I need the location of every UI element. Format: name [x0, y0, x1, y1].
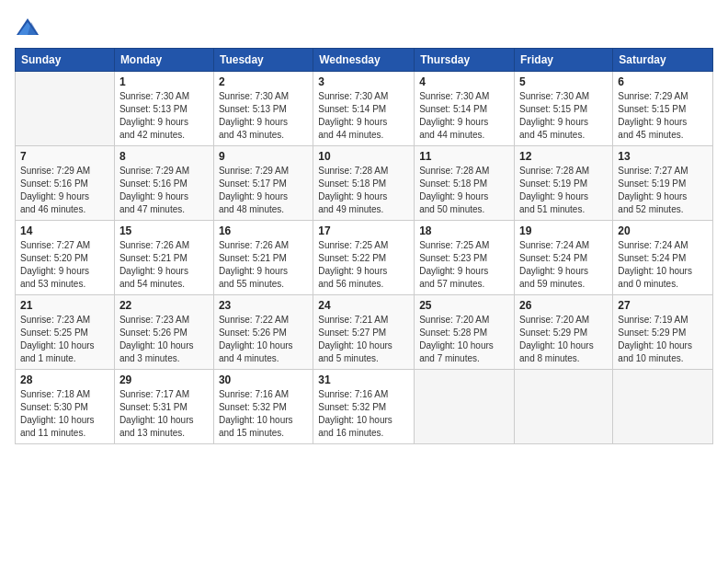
calendar-cell: 27Sunrise: 7:19 AMSunset: 5:29 PMDayligh…: [613, 295, 713, 370]
calendar-cell: 31Sunrise: 7:16 AMSunset: 5:32 PMDayligh…: [313, 370, 415, 444]
logo: [15, 15, 44, 40]
calendar-week-row: 21Sunrise: 7:23 AMSunset: 5:25 PMDayligh…: [16, 295, 713, 370]
calendar-header-row: SundayMondayTuesdayWednesdayThursdayFrid…: [16, 49, 713, 72]
day-number: 31: [318, 373, 409, 386]
calendar-cell: 29Sunrise: 7:17 AMSunset: 5:31 PMDayligh…: [114, 370, 213, 444]
calendar-cell: [16, 72, 115, 146]
day-info: Sunrise: 7:16 AMSunset: 5:32 PMDaylight:…: [318, 388, 409, 440]
calendar-cell: 6Sunrise: 7:29 AMSunset: 5:15 PMDaylight…: [613, 72, 713, 146]
day-info: Sunrise: 7:22 AMSunset: 5:26 PMDaylight:…: [219, 314, 308, 365]
day-info: Sunrise: 7:29 AMSunset: 5:15 PMDaylight:…: [618, 90, 708, 142]
day-info: Sunrise: 7:26 AMSunset: 5:21 PMDaylight:…: [219, 239, 308, 291]
calendar-cell: 30Sunrise: 7:16 AMSunset: 5:32 PMDayligh…: [213, 370, 313, 444]
day-info: Sunrise: 7:19 AMSunset: 5:29 PMDaylight:…: [618, 314, 708, 365]
day-number: 13: [618, 150, 708, 163]
day-number: 6: [618, 75, 708, 88]
calendar-cell: [515, 370, 613, 444]
calendar-cell: 10Sunrise: 7:28 AMSunset: 5:18 PMDayligh…: [313, 146, 415, 221]
day-info: Sunrise: 7:30 AMSunset: 5:14 PMDaylight:…: [419, 90, 509, 142]
calendar-cell: 14Sunrise: 7:27 AMSunset: 5:20 PMDayligh…: [16, 221, 115, 295]
day-info: Sunrise: 7:20 AMSunset: 5:28 PMDaylight:…: [419, 314, 509, 365]
calendar-week-row: 1Sunrise: 7:30 AMSunset: 5:13 PMDaylight…: [16, 72, 713, 146]
day-header-thursday: Thursday: [415, 49, 515, 72]
day-info: Sunrise: 7:29 AMSunset: 5:16 PMDaylight:…: [20, 165, 109, 216]
day-info: Sunrise: 7:26 AMSunset: 5:21 PMDaylight:…: [119, 239, 209, 291]
calendar-cell: 1Sunrise: 7:30 AMSunset: 5:13 PMDaylight…: [114, 72, 213, 146]
day-header-friday: Friday: [515, 49, 613, 72]
day-number: 18: [419, 224, 509, 237]
day-number: 29: [119, 373, 209, 386]
day-number: 10: [318, 150, 409, 163]
day-info: Sunrise: 7:28 AMSunset: 5:18 PMDaylight:…: [419, 165, 509, 216]
calendar-cell: 19Sunrise: 7:24 AMSunset: 5:24 PMDayligh…: [515, 221, 613, 295]
day-number: 20: [618, 224, 708, 237]
calendar-week-row: 7Sunrise: 7:29 AMSunset: 5:16 PMDaylight…: [16, 146, 713, 221]
day-header-saturday: Saturday: [613, 49, 713, 72]
day-info: Sunrise: 7:28 AMSunset: 5:19 PMDaylight:…: [519, 165, 608, 216]
day-info: Sunrise: 7:30 AMSunset: 5:14 PMDaylight:…: [318, 90, 409, 142]
day-number: 22: [119, 299, 209, 312]
day-info: Sunrise: 7:23 AMSunset: 5:26 PMDaylight:…: [119, 314, 209, 365]
day-number: 25: [419, 299, 509, 312]
day-number: 9: [219, 150, 308, 163]
calendar-cell: 26Sunrise: 7:20 AMSunset: 5:29 PMDayligh…: [515, 295, 613, 370]
day-info: Sunrise: 7:30 AMSunset: 5:15 PMDaylight:…: [519, 90, 608, 142]
calendar-cell: 15Sunrise: 7:26 AMSunset: 5:21 PMDayligh…: [114, 221, 213, 295]
day-info: Sunrise: 7:25 AMSunset: 5:23 PMDaylight:…: [419, 239, 509, 291]
day-info: Sunrise: 7:24 AMSunset: 5:24 PMDaylight:…: [618, 239, 708, 291]
day-number: 7: [20, 150, 109, 163]
logo-icon: [15, 15, 40, 40]
day-number: 24: [318, 299, 409, 312]
day-number: 21: [20, 299, 109, 312]
day-number: 26: [519, 299, 608, 312]
day-info: Sunrise: 7:20 AMSunset: 5:29 PMDaylight:…: [519, 314, 608, 365]
day-number: 3: [318, 75, 409, 88]
calendar-cell: 17Sunrise: 7:25 AMSunset: 5:22 PMDayligh…: [313, 221, 415, 295]
calendar-cell: 24Sunrise: 7:21 AMSunset: 5:27 PMDayligh…: [313, 295, 415, 370]
day-info: Sunrise: 7:17 AMSunset: 5:31 PMDaylight:…: [119, 388, 209, 440]
calendar-cell: 2Sunrise: 7:30 AMSunset: 5:13 PMDaylight…: [213, 72, 313, 146]
day-header-monday: Monday: [114, 49, 213, 72]
calendar-cell: 7Sunrise: 7:29 AMSunset: 5:16 PMDaylight…: [16, 146, 115, 221]
day-number: 27: [618, 299, 708, 312]
day-number: 8: [119, 150, 209, 163]
day-info: Sunrise: 7:27 AMSunset: 5:19 PMDaylight:…: [618, 165, 708, 216]
day-header-tuesday: Tuesday: [213, 49, 313, 72]
calendar-cell: 8Sunrise: 7:29 AMSunset: 5:16 PMDaylight…: [114, 146, 213, 221]
day-info: Sunrise: 7:23 AMSunset: 5:25 PMDaylight:…: [20, 314, 109, 365]
day-info: Sunrise: 7:27 AMSunset: 5:20 PMDaylight:…: [20, 239, 109, 291]
day-info: Sunrise: 7:25 AMSunset: 5:22 PMDaylight:…: [318, 239, 409, 291]
calendar-cell: 22Sunrise: 7:23 AMSunset: 5:26 PMDayligh…: [114, 295, 213, 370]
page-header: [15, 15, 713, 40]
calendar-cell: 12Sunrise: 7:28 AMSunset: 5:19 PMDayligh…: [515, 146, 613, 221]
calendar-cell: 28Sunrise: 7:18 AMSunset: 5:30 PMDayligh…: [16, 370, 115, 444]
day-number: 4: [419, 75, 509, 88]
day-number: 30: [219, 373, 308, 386]
calendar-cell: 11Sunrise: 7:28 AMSunset: 5:18 PMDayligh…: [415, 146, 515, 221]
day-number: 28: [20, 373, 109, 386]
calendar-cell: 21Sunrise: 7:23 AMSunset: 5:25 PMDayligh…: [16, 295, 115, 370]
day-info: Sunrise: 7:29 AMSunset: 5:17 PMDaylight:…: [219, 165, 308, 216]
day-info: Sunrise: 7:30 AMSunset: 5:13 PMDaylight:…: [219, 90, 308, 142]
calendar-cell: 3Sunrise: 7:30 AMSunset: 5:14 PMDaylight…: [313, 72, 415, 146]
calendar-cell: [415, 370, 515, 444]
calendar-week-row: 28Sunrise: 7:18 AMSunset: 5:30 PMDayligh…: [16, 370, 713, 444]
calendar-cell: 5Sunrise: 7:30 AMSunset: 5:15 PMDaylight…: [515, 72, 613, 146]
day-header-sunday: Sunday: [16, 49, 115, 72]
day-number: 1: [119, 75, 209, 88]
day-info: Sunrise: 7:28 AMSunset: 5:18 PMDaylight:…: [318, 165, 409, 216]
calendar-cell: 9Sunrise: 7:29 AMSunset: 5:17 PMDaylight…: [213, 146, 313, 221]
day-info: Sunrise: 7:29 AMSunset: 5:16 PMDaylight:…: [119, 165, 209, 216]
day-number: 19: [519, 224, 608, 237]
day-number: 16: [219, 224, 308, 237]
day-number: 15: [119, 224, 209, 237]
day-header-wednesday: Wednesday: [313, 49, 415, 72]
day-number: 11: [419, 150, 509, 163]
calendar-cell: 20Sunrise: 7:24 AMSunset: 5:24 PMDayligh…: [613, 221, 713, 295]
calendar-cell: 16Sunrise: 7:26 AMSunset: 5:21 PMDayligh…: [213, 221, 313, 295]
day-number: 2: [219, 75, 308, 88]
day-info: Sunrise: 7:30 AMSunset: 5:13 PMDaylight:…: [119, 90, 209, 142]
calendar-table: SundayMondayTuesdayWednesdayThursdayFrid…: [15, 48, 713, 444]
calendar-cell: 23Sunrise: 7:22 AMSunset: 5:26 PMDayligh…: [213, 295, 313, 370]
calendar-cell: [613, 370, 713, 444]
